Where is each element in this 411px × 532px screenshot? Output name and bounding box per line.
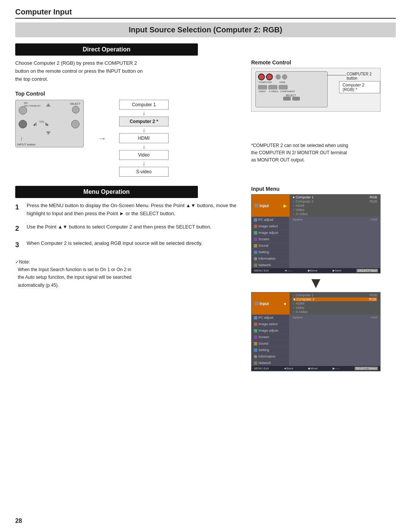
menu-step-2: 2 Use the Point ▲▼ buttons to select Com… xyxy=(15,223,240,234)
flow-video: Video xyxy=(119,150,169,160)
input-menu-label: Input Menu xyxy=(251,186,396,192)
top-control-label: Top Control xyxy=(15,91,240,97)
input-menu-section: Input Menu Input ▶ ● C xyxy=(251,186,396,371)
page-header: Computer Input xyxy=(15,8,396,19)
flow-computer2: Computer 2 * xyxy=(119,117,169,126)
page-title: Computer Input xyxy=(15,8,72,16)
menu-step-3: 3 When Computer 2 is selected, analog RG… xyxy=(15,240,240,251)
direct-operation-heading: Direct Operation xyxy=(15,43,198,56)
remote-control-label: Remote Control xyxy=(251,59,396,66)
input-menu-diagram-1: Input ▶ ● Computer 1RGB ○ Computer 2RGB xyxy=(251,194,381,273)
on-standby-label: I/O ON / STAND-BY xyxy=(24,102,41,107)
menu-arrow-down: ▼ xyxy=(251,274,381,291)
input-flow: Computer 1 ↓ Computer 2 * ↓ HDMI ↓ Video… xyxy=(119,100,169,177)
menu-operation-heading: Menu Operation xyxy=(15,186,198,198)
computer2-note: *COMPUTER 2 can not be selected when usi… xyxy=(251,142,396,164)
input-menu-diagram-2: Input ◄ ○ Computer 1RGB ● Computer 2RGB xyxy=(251,292,381,371)
input-btn-label: INPUT button xyxy=(17,143,35,146)
page-number: 28 xyxy=(15,518,22,524)
note-section: ✓Note: When the Input Search function is… xyxy=(15,258,240,289)
flow-hdmi: HDMI xyxy=(119,133,169,143)
menu-step-1: 1 Press the MENU button to display the O… xyxy=(15,202,240,218)
flow-svideo: S-video xyxy=(119,167,169,177)
flow-computer1: Computer 1 xyxy=(119,100,169,110)
remote-control-section: Remote Control COMPUT xyxy=(251,59,396,112)
section-title: Input Source Selection (Computer 2: RGB) xyxy=(15,22,396,37)
direct-operation-text: Choose Computer 2 (RGB) by press the COM… xyxy=(15,59,240,83)
